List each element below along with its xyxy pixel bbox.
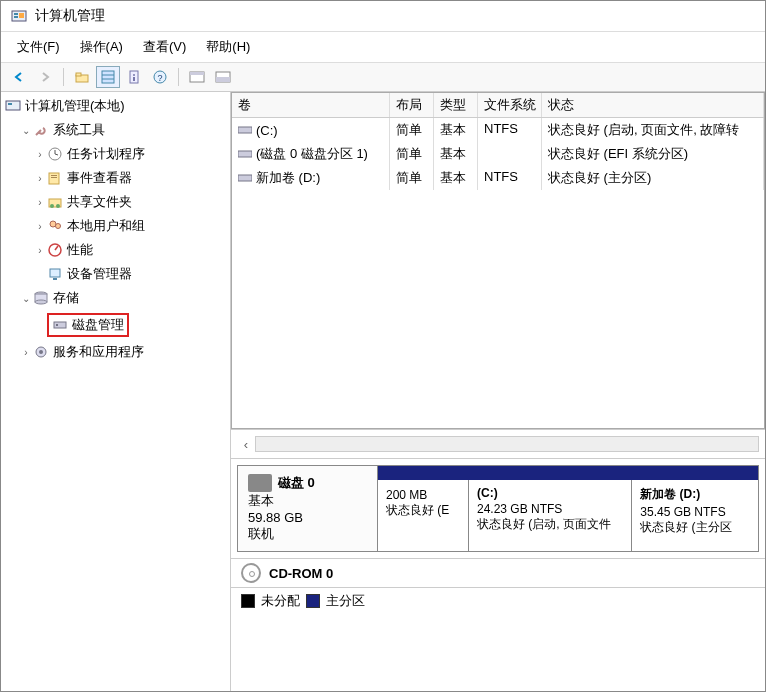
svg-rect-15 — [190, 72, 204, 75]
folder-share-icon — [47, 194, 63, 210]
menubar: 文件(F) 操作(A) 查看(V) 帮助(H) — [1, 32, 765, 63]
swatch-primary — [306, 594, 320, 608]
svg-point-34 — [35, 300, 47, 304]
svg-rect-22 — [51, 175, 57, 176]
toolbar-view-b[interactable] — [211, 66, 235, 88]
menu-action[interactable]: 操作(A) — [72, 36, 131, 58]
col-volume[interactable]: 卷 — [232, 93, 390, 117]
tree-local-users[interactable]: › 本地用户和组 — [29, 214, 230, 238]
expand-icon[interactable]: › — [33, 221, 47, 232]
svg-rect-39 — [238, 127, 252, 133]
partition-c[interactable]: (C:) 24.23 GB NTFS 状态良好 (启动, 页面文件 — [468, 480, 631, 551]
partition-d[interactable]: 新加卷 (D:) 35.45 GB NTFS 状态良好 (主分区 — [631, 480, 758, 551]
expand-icon[interactable]: › — [33, 245, 47, 256]
tree-root[interactable]: 计算机管理(本地) — [1, 94, 230, 118]
svg-rect-1 — [14, 13, 18, 15]
legend-primary-label: 主分区 — [326, 592, 365, 610]
tree-storage[interactable]: ⌄ 存储 — [15, 286, 230, 310]
svg-point-28 — [56, 224, 61, 229]
users-icon — [47, 218, 63, 234]
svg-rect-17 — [216, 77, 230, 82]
tree-services-apps[interactable]: › 服务和应用程序 — [15, 340, 230, 364]
tools-icon — [33, 122, 49, 138]
tree-performance[interactable]: › 性能 — [29, 238, 230, 262]
svg-text:?: ? — [157, 73, 162, 83]
toolbar-view-a[interactable] — [185, 66, 209, 88]
titlebar: 计算机管理 — [1, 1, 765, 32]
help-button[interactable]: ? — [148, 66, 172, 88]
view-list-button[interactable] — [96, 66, 120, 88]
disk-graphical-view: 磁盘 0 基本 59.88 GB 联机 200 MB 状态良好 (E — [231, 458, 765, 691]
drive-icon — [238, 125, 252, 135]
cdrom-label: CD-ROM 0 — [269, 566, 333, 581]
sidebar-tree[interactable]: 计算机管理(本地) ⌄ 系统工具 › 任务计划程序 › — [1, 92, 231, 691]
content-pane: 卷 布局 类型 文件系统 状态 (C:) 简单 基本 NTFS 状态良好 (启动… — [231, 92, 765, 691]
window-title: 计算机管理 — [35, 7, 105, 25]
main-area: 计算机管理(本地) ⌄ 系统工具 › 任务计划程序 › — [1, 92, 765, 691]
menu-file[interactable]: 文件(F) — [9, 36, 68, 58]
col-status[interactable]: 状态 — [542, 93, 764, 117]
forward-button[interactable] — [33, 66, 57, 88]
tree-device-manager[interactable]: 设备管理器 — [29, 262, 230, 286]
svg-rect-11 — [133, 77, 135, 81]
svg-rect-40 — [238, 151, 252, 157]
svg-rect-21 — [49, 173, 59, 184]
volume-table: 卷 布局 类型 文件系统 状态 (C:) 简单 基本 NTFS 状态良好 (启动… — [231, 92, 765, 429]
menu-help[interactable]: 帮助(H) — [198, 36, 258, 58]
tree-system-tools[interactable]: ⌄ 系统工具 — [15, 118, 230, 142]
swatch-unallocated — [241, 594, 255, 608]
legend-unallocated-label: 未分配 — [261, 592, 300, 610]
disk-info[interactable]: 磁盘 0 基本 59.88 GB 联机 — [237, 465, 377, 552]
col-layout[interactable]: 布局 — [390, 93, 434, 117]
scroll-left-icon[interactable]: ‹ — [237, 437, 255, 452]
drive-icon — [238, 149, 252, 159]
svg-point-25 — [50, 204, 54, 208]
svg-rect-2 — [14, 16, 18, 18]
app-icon — [11, 8, 27, 24]
performance-icon — [47, 242, 63, 258]
scroll-track[interactable] — [255, 436, 759, 452]
svg-rect-41 — [238, 175, 252, 181]
svg-point-10 — [133, 74, 135, 76]
col-type[interactable]: 类型 — [434, 93, 478, 117]
up-button[interactable] — [70, 66, 94, 88]
menu-view[interactable]: 查看(V) — [135, 36, 194, 58]
properties-button[interactable] — [122, 66, 146, 88]
disk-mgmt-icon — [52, 317, 68, 333]
expand-icon[interactable]: › — [19, 347, 33, 358]
svg-rect-6 — [102, 71, 114, 83]
drive-icon — [238, 173, 252, 183]
hscrollbar[interactable]: ‹ — [231, 429, 765, 458]
svg-rect-19 — [8, 103, 12, 105]
svg-rect-5 — [76, 73, 81, 76]
disk-header-bar — [378, 466, 758, 480]
tree-task-scheduler[interactable]: › 任务计划程序 — [29, 142, 230, 166]
cdrom-row[interactable]: CD-ROM 0 — [231, 558, 765, 587]
volume-row[interactable]: 新加卷 (D:) 简单 基本 NTFS 状态良好 (主分区) — [232, 166, 764, 190]
svg-rect-18 — [6, 101, 20, 110]
partition-efi[interactable]: 200 MB 状态良好 (E — [378, 480, 468, 551]
svg-point-36 — [56, 324, 58, 326]
expand-icon[interactable]: › — [33, 173, 47, 184]
device-icon — [47, 266, 63, 282]
collapse-icon[interactable]: ⌄ — [19, 125, 33, 136]
svg-rect-35 — [54, 322, 66, 328]
collapse-icon[interactable]: ⌄ — [19, 293, 33, 304]
tree-shared-folders[interactable]: › 共享文件夹 — [29, 190, 230, 214]
svg-rect-30 — [50, 269, 60, 277]
toolbar: ? — [1, 63, 765, 92]
computer-icon — [5, 98, 21, 114]
back-button[interactable] — [7, 66, 31, 88]
volume-row[interactable]: (C:) 简单 基本 NTFS 状态良好 (启动, 页面文件, 故障转 — [232, 118, 764, 142]
tree-event-viewer[interactable]: › 事件查看器 — [29, 166, 230, 190]
expand-icon[interactable]: › — [33, 197, 47, 208]
tree-disk-management[interactable]: 磁盘管理 — [29, 310, 230, 340]
svg-point-26 — [56, 204, 60, 208]
volume-table-body[interactable]: (C:) 简单 基本 NTFS 状态良好 (启动, 页面文件, 故障转 (磁盘 … — [232, 118, 764, 428]
expand-icon[interactable]: › — [33, 149, 47, 160]
services-icon — [33, 344, 49, 360]
disk-row: 磁盘 0 基本 59.88 GB 联机 200 MB 状态良好 (E — [237, 465, 759, 552]
svg-rect-23 — [51, 177, 57, 178]
col-filesystem[interactable]: 文件系统 — [478, 93, 542, 117]
volume-row[interactable]: (磁盘 0 磁盘分区 1) 简单 基本 状态良好 (EFI 系统分区) — [232, 142, 764, 166]
